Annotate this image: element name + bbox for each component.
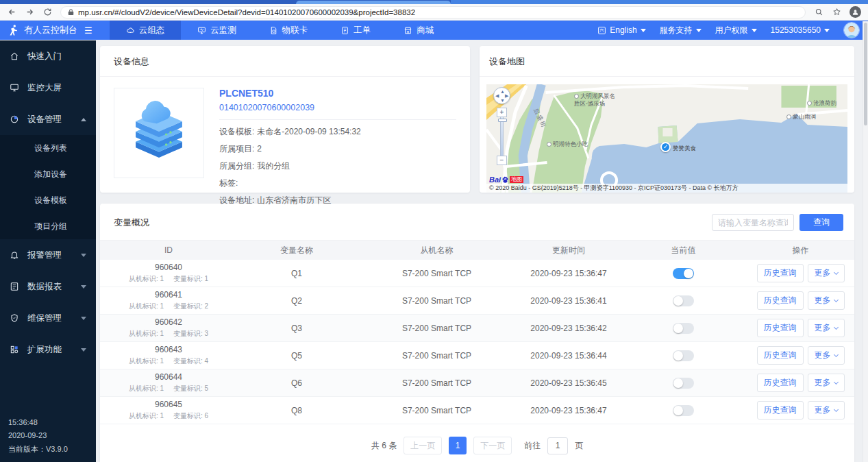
chevron-down-icon bbox=[833, 270, 838, 275]
sidebar-item-device-list[interactable]: 设备列表 bbox=[0, 135, 96, 161]
account-dropdown[interactable]: 15253035650 bbox=[771, 25, 830, 35]
variable-id: 960640 bbox=[100, 263, 237, 272]
chevron-down-icon bbox=[81, 348, 86, 352]
more-button[interactable]: 更多 bbox=[808, 346, 845, 365]
sidebar-item-alarm-management[interactable]: 报警管理 bbox=[0, 239, 96, 271]
pan-left-icon[interactable]: ◀ bbox=[495, 93, 499, 98]
cloud-icon bbox=[126, 26, 135, 35]
bookmark-star-icon[interactable] bbox=[832, 8, 841, 17]
address-bar[interactable]: mp.usr.cn/#/cloudV2/device/ViewDeviceDet… bbox=[60, 6, 806, 19]
value-toggle[interactable] bbox=[673, 350, 694, 361]
forward-icon[interactable] bbox=[25, 8, 34, 17]
pan-down-icon[interactable]: ▼ bbox=[500, 98, 505, 103]
device-info-title: 设备信息 bbox=[114, 56, 456, 68]
chevron-down-icon bbox=[833, 407, 838, 412]
pie-chart-icon bbox=[10, 114, 19, 124]
url-text: mp.usr.cn/#/cloudV2/device/ViewDeviceDet… bbox=[78, 8, 415, 16]
nav-item-mall[interactable]: 商城 bbox=[387, 21, 450, 40]
map-pan-control[interactable]: ▲ ◀ ▶ ▼ bbox=[493, 87, 510, 104]
more-button[interactable]: 更多 bbox=[808, 291, 845, 310]
sidebar-item-extensions[interactable]: 扩展功能 bbox=[0, 334, 96, 365]
support-dropdown[interactable]: 服务支持 bbox=[660, 25, 702, 36]
sidebar-item-project-group[interactable]: 项目分组 bbox=[0, 213, 96, 239]
language-dropdown[interactable]: English bbox=[597, 25, 645, 35]
home-icon bbox=[10, 51, 19, 61]
variable-sub-ids: 从机标识: 1变量标识: 2 bbox=[100, 302, 237, 311]
variable-search-input[interactable] bbox=[712, 214, 794, 231]
update-time: 2020-09-23 15:36:47 bbox=[517, 397, 620, 424]
value-toggle[interactable] bbox=[673, 378, 694, 389]
sidebar-item-add-device[interactable]: 添加设备 bbox=[0, 161, 96, 187]
sidebar-item-device-management[interactable]: 设备管理 bbox=[0, 104, 96, 135]
next-page-button[interactable]: 下一页 bbox=[473, 437, 512, 454]
sidebar-footer: 15:36:48 2020-09-23 当前版本：V3.9.0 bbox=[8, 416, 68, 457]
zoom-slider[interactable] bbox=[500, 117, 504, 156]
history-query-button[interactable]: 历史查询 bbox=[757, 374, 804, 392]
nav-item-work-order[interactable]: 工单 bbox=[324, 21, 387, 40]
variables-title: 变量概况 bbox=[114, 217, 149, 229]
sidebar-item-maintenance[interactable]: 维保管理 bbox=[0, 302, 96, 334]
chevron-down-icon bbox=[752, 29, 757, 32]
nav-item-cloud-scada[interactable]: 云组态 bbox=[110, 21, 182, 40]
baidu-map[interactable]: 大明湖风景名胜区-游乐场 明湖特色小吃 沧浪荷韵 蒙山雨润 启盛街 ✓ 赞赞美食… bbox=[486, 84, 847, 193]
page-number-1[interactable]: 1 bbox=[449, 437, 467, 454]
more-button[interactable]: 更多 bbox=[808, 319, 845, 337]
browser-profile-icon[interactable] bbox=[850, 6, 861, 18]
active-browser-tab[interactable] bbox=[296, 1, 451, 4]
nav-item-iot-card[interactable]: 物联卡 bbox=[253, 21, 325, 40]
sidebar-item-quick-start[interactable]: 快速入门 bbox=[0, 40, 96, 72]
value-toggle[interactable] bbox=[673, 323, 694, 334]
baidu-maps-logo[interactable]: Bai 地图 bbox=[489, 175, 523, 184]
nav-item-cloud-monitor[interactable]: 云监测 bbox=[181, 21, 253, 40]
shield-icon bbox=[10, 313, 19, 323]
value-toggle[interactable] bbox=[673, 405, 694, 416]
variable-name: Q5 bbox=[237, 342, 356, 369]
device-project-field: 所属项目:2 bbox=[219, 141, 456, 158]
sidebar-item-monitor-screen[interactable]: 监控大屏 bbox=[0, 72, 96, 104]
search-icon[interactable] bbox=[814, 8, 823, 17]
history-query-button[interactable]: 历史查询 bbox=[757, 264, 804, 282]
pan-up-icon[interactable]: ▲ bbox=[500, 89, 505, 94]
sidebar-item-data-report[interactable]: 数据报表 bbox=[0, 271, 96, 302]
history-query-button[interactable]: 历史查询 bbox=[757, 401, 804, 420]
browser-tab-strip bbox=[0, 0, 868, 4]
collapse-menu-icon[interactable]: ☰ bbox=[84, 25, 92, 36]
zoom-in-button[interactable]: + bbox=[497, 108, 507, 117]
prev-page-button[interactable]: 上一页 bbox=[404, 437, 442, 454]
value-toggle[interactable] bbox=[673, 268, 694, 279]
pan-right-icon[interactable]: ▶ bbox=[505, 93, 508, 98]
update-time: 2020-09-23 15:36:47 bbox=[517, 260, 620, 287]
avatar[interactable] bbox=[843, 22, 860, 38]
more-button[interactable]: 更多 bbox=[808, 374, 845, 392]
current-date: 2020-09-23 bbox=[8, 429, 68, 443]
device-name-link[interactable]: PLCNET510 bbox=[219, 88, 456, 99]
language-icon bbox=[597, 26, 606, 35]
goto-page-input[interactable] bbox=[547, 437, 568, 454]
query-button[interactable]: 查询 bbox=[799, 214, 843, 231]
zoom-out-button[interactable]: − bbox=[497, 156, 507, 165]
scrollbar-thumb[interactable] bbox=[864, 23, 867, 125]
sidebar-item-device-template[interactable]: 设备模板 bbox=[0, 187, 96, 213]
history-query-button[interactable]: 历史查询 bbox=[757, 319, 804, 337]
device-id-link[interactable]: 01401020070600002039 bbox=[219, 103, 456, 112]
page-scrollbar[interactable] bbox=[863, 21, 868, 462]
variable-name: Q1 bbox=[237, 260, 356, 287]
reload-icon[interactable] bbox=[42, 8, 52, 17]
table-header-row: ID 变量名称 从机名称 更新时间 当前值 操作 bbox=[100, 241, 854, 260]
zoom-slider-handle[interactable] bbox=[498, 119, 507, 122]
history-query-button[interactable]: 历史查询 bbox=[757, 291, 804, 310]
poi-dot-icon bbox=[807, 101, 812, 106]
top-menu: 云组态 云监测 物联卡 工单 商城 bbox=[110, 21, 451, 40]
history-query-button[interactable]: 历史查询 bbox=[757, 346, 804, 365]
variable-id: 960643 bbox=[100, 345, 237, 354]
back-icon[interactable] bbox=[7, 8, 16, 17]
monitor-icon bbox=[197, 26, 206, 35]
sim-card-icon bbox=[269, 26, 278, 35]
device-location-marker[interactable]: ✓ bbox=[660, 142, 671, 152]
more-button[interactable]: 更多 bbox=[808, 264, 845, 282]
bell-icon bbox=[10, 250, 19, 260]
more-button[interactable]: 更多 bbox=[808, 401, 845, 420]
value-toggle[interactable] bbox=[673, 295, 694, 306]
brand[interactable]: 有人云控制台 ☰ bbox=[0, 21, 100, 40]
permission-dropdown[interactable]: 用户权限 bbox=[715, 25, 757, 36]
